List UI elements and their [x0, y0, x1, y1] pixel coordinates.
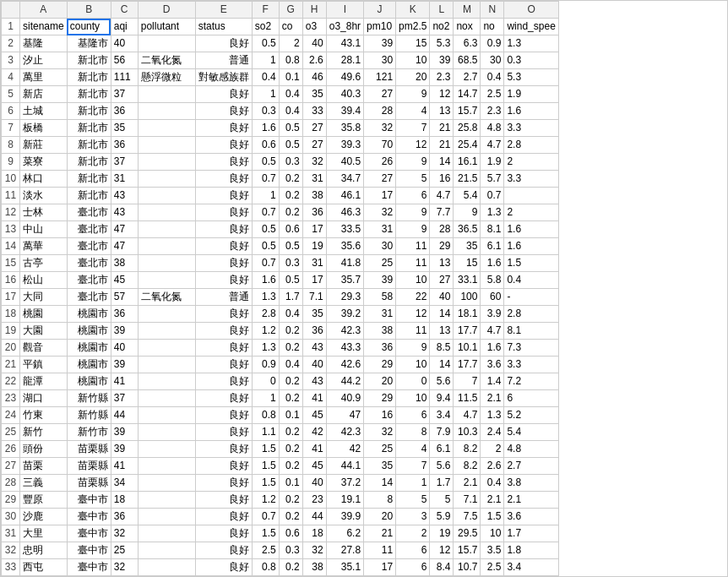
cell-1-G[interactable]: co — [279, 19, 302, 35]
cell-27-A[interactable]: 苗栗 — [20, 458, 68, 475]
cell-33-J[interactable]: 17 — [364, 559, 396, 576]
cell-25-K[interactable]: 8 — [396, 424, 430, 441]
cell-28-F[interactable]: 1.5 — [252, 475, 279, 492]
cell-4-N[interactable]: 0.4 — [481, 69, 504, 86]
cell-13-O[interactable]: 1.6 — [504, 221, 558, 238]
cell-32-L[interactable]: 12 — [430, 542, 454, 559]
cell-11-G[interactable]: 0.2 — [279, 188, 302, 204]
cell-7-A[interactable]: 板橋 — [20, 120, 68, 137]
cell-23-I[interactable]: 40.9 — [326, 390, 363, 407]
cell-19-H[interactable]: 36 — [302, 323, 326, 340]
col-F-header[interactable]: F — [252, 2, 279, 19]
cell-18-B[interactable]: 桃園市 — [67, 306, 111, 323]
cell-24-C[interactable]: 44 — [111, 407, 138, 424]
cell-13-I[interactable]: 33.5 — [326, 221, 363, 238]
cell-28-G[interactable]: 0.1 — [279, 475, 302, 492]
cell-10-J[interactable]: 27 — [364, 171, 396, 188]
cell-7-F[interactable]: 1.6 — [252, 120, 279, 137]
cell-22-M[interactable]: 7 — [454, 373, 481, 390]
cell-21-H[interactable]: 40 — [302, 357, 326, 373]
cell-5-G[interactable]: 0.4 — [279, 86, 302, 103]
cell-7-E[interactable]: 良好 — [195, 120, 252, 137]
cell-29-D[interactable] — [138, 492, 195, 509]
cell-30-D[interactable] — [138, 509, 195, 525]
cell-3-O[interactable]: 0.3 — [504, 52, 558, 69]
cell-15-N[interactable]: 1.6 — [481, 255, 504, 272]
cell-26-J[interactable]: 25 — [364, 441, 396, 458]
cell-32-J[interactable]: 11 — [364, 542, 396, 559]
cell-26-M[interactable]: 8.2 — [454, 441, 481, 458]
cell-3-C[interactable]: 56 — [111, 52, 138, 69]
cell-31-D[interactable] — [138, 525, 195, 542]
cell-2-L[interactable]: 5.3 — [430, 35, 454, 52]
cell-16-M[interactable]: 33.1 — [454, 272, 481, 289]
cell-17-B[interactable]: 臺北市 — [67, 289, 111, 306]
cell-19-O[interactable]: 8.1 — [504, 323, 558, 340]
cell-22-G[interactable]: 0.2 — [279, 373, 302, 390]
cell-33-E[interactable]: 良好 — [195, 559, 252, 576]
cell-30-B[interactable]: 臺中市 — [67, 509, 111, 525]
cell-21-L[interactable]: 14 — [430, 357, 454, 373]
cell-21-E[interactable]: 良好 — [195, 357, 252, 373]
cell-29-E[interactable]: 良好 — [195, 492, 252, 509]
cell-25-L[interactable]: 7.9 — [430, 424, 454, 441]
cell-28-C[interactable]: 34 — [111, 475, 138, 492]
col-J-header[interactable]: J — [364, 2, 396, 19]
cell-12-C[interactable]: 43 — [111, 204, 138, 221]
cell-20-E[interactable]: 良好 — [195, 340, 252, 357]
cell-11-H[interactable]: 38 — [302, 188, 326, 204]
cell-8-K[interactable]: 12 — [396, 137, 430, 154]
cell-24-F[interactable]: 0.8 — [252, 407, 279, 424]
cell-14-L[interactable]: 29 — [430, 238, 454, 255]
cell-11-I[interactable]: 46.1 — [326, 188, 363, 204]
cell-4-H[interactable]: 46 — [302, 69, 326, 86]
cell-33-I[interactable]: 35.1 — [326, 559, 363, 576]
cell-10-L[interactable]: 16 — [430, 171, 454, 188]
col-G-header[interactable]: G — [279, 2, 302, 19]
cell-30-O[interactable]: 3.6 — [504, 509, 558, 525]
cell-4-A[interactable]: 萬里 — [20, 69, 68, 86]
cell-11-N[interactable]: 0.7 — [481, 188, 504, 204]
cell-9-A[interactable]: 菜寮 — [20, 154, 68, 171]
cell-30-G[interactable]: 0.2 — [279, 509, 302, 525]
cell-9-D[interactable] — [138, 154, 195, 171]
cell-18-L[interactable]: 14 — [430, 306, 454, 323]
cell-19-J[interactable]: 38 — [364, 323, 396, 340]
cell-21-K[interactable]: 10 — [396, 357, 430, 373]
cell-4-E[interactable]: 對敏感族群 — [195, 69, 252, 86]
cell-9-L[interactable]: 14 — [430, 154, 454, 171]
cell-15-K[interactable]: 11 — [396, 255, 430, 272]
cell-7-C[interactable]: 35 — [111, 120, 138, 137]
cell-25-C[interactable]: 39 — [111, 424, 138, 441]
cell-2-A[interactable]: 基隆 — [20, 35, 68, 52]
cell-31-L[interactable]: 19 — [430, 525, 454, 542]
cell-25-I[interactable]: 42.3 — [326, 424, 363, 441]
cell-21-F[interactable]: 0.9 — [252, 357, 279, 373]
cell-24-L[interactable]: 3.4 — [430, 407, 454, 424]
cell-27-L[interactable]: 5.6 — [430, 458, 454, 475]
cell-21-G[interactable]: 0.4 — [279, 357, 302, 373]
cell-31-E[interactable]: 良好 — [195, 525, 252, 542]
cell-26-H[interactable]: 41 — [302, 441, 326, 458]
cell-17-O[interactable]: - — [504, 289, 558, 306]
cell-14-B[interactable]: 臺北市 — [67, 238, 111, 255]
cell-11-L[interactable]: 4.7 — [430, 188, 454, 204]
cell-27-M[interactable]: 8.2 — [454, 458, 481, 475]
cell-10-O[interactable]: 3.3 — [504, 171, 558, 188]
cell-1-J[interactable]: pm10 — [364, 19, 396, 35]
cell-33-H[interactable]: 38 — [302, 559, 326, 576]
cell-16-L[interactable]: 27 — [430, 272, 454, 289]
cell-13-N[interactable]: 8.1 — [481, 221, 504, 238]
cell-12-A[interactable]: 士林 — [20, 204, 68, 221]
cell-8-J[interactable]: 70 — [364, 137, 396, 154]
cell-16-D[interactable] — [138, 272, 195, 289]
col-H-header[interactable]: H — [302, 2, 326, 19]
cell-18-E[interactable]: 良好 — [195, 306, 252, 323]
cell-10-N[interactable]: 5.7 — [481, 171, 504, 188]
cell-5-N[interactable]: 2.5 — [481, 86, 504, 103]
cell-26-O[interactable]: 4.8 — [504, 441, 558, 458]
cell-7-M[interactable]: 25.8 — [454, 120, 481, 137]
cell-10-A[interactable]: 林口 — [20, 171, 68, 188]
cell-33-D[interactable] — [138, 559, 195, 576]
cell-30-M[interactable]: 7.5 — [454, 509, 481, 525]
